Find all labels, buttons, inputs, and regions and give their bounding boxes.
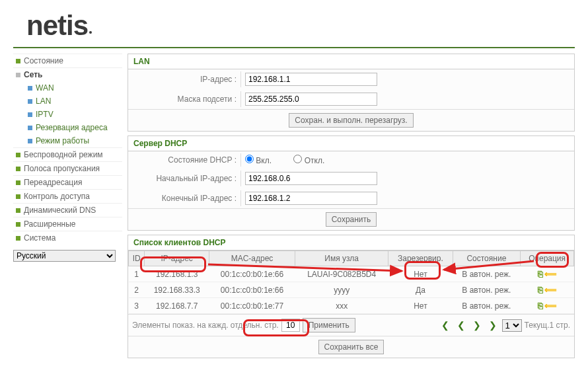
table-row: 1192.168.1.300:1c:c0:b0:1e:66LAUAI-9C082… bbox=[129, 266, 574, 282]
dhcp-panel: Сервер DHCP Состояние DHCP : Вкл. Откл. … bbox=[128, 136, 575, 231]
back-arrow-icon[interactable]: ⟸ bbox=[544, 269, 557, 279]
nav-advanced[interactable]: Расширенные bbox=[13, 217, 122, 231]
logo: netis bbox=[26, 10, 575, 42]
nav-lan[interactable]: LAN bbox=[13, 95, 122, 108]
mask-label: Маска подсети : bbox=[128, 95, 240, 104]
lan-title: LAN bbox=[128, 54, 574, 69]
nav-system[interactable]: Система bbox=[13, 231, 122, 245]
th-host: Имя узла bbox=[295, 251, 388, 266]
save-all-button[interactable]: Сохранить все bbox=[318, 340, 385, 354]
sidebar: Состояние Сеть WAN LAN IPTV Резервация а… bbox=[13, 54, 122, 362]
clients-table: ID IP-адрес MAC-адрес Имя узла Зарезерви… bbox=[128, 251, 574, 314]
nav-bandwidth[interactable]: Полоса пропускания bbox=[13, 161, 122, 175]
nav-wireless[interactable]: Беспроводной режим bbox=[13, 147, 122, 161]
clients-title: Список клиентов DHCP bbox=[128, 235, 574, 251]
th-id: ID bbox=[129, 251, 145, 266]
table-row: 3192.168.7.700:1c:c0:b0:1e:77xxxНетВ авт… bbox=[129, 298, 574, 314]
nav-reservation[interactable]: Резервация адреса bbox=[13, 121, 122, 134]
dhcp-end-label: Конечный IP-адрес : bbox=[128, 194, 240, 203]
nav-status[interactable]: Состояние bbox=[13, 54, 122, 67]
th-mac: MAC-адрес bbox=[209, 251, 295, 266]
apply-button[interactable]: Применить bbox=[303, 318, 355, 332]
th-state: Состояние bbox=[453, 251, 521, 266]
dhcp-title: Сервер DHCP bbox=[128, 136, 574, 151]
page-select[interactable]: 1 bbox=[502, 319, 522, 332]
th-res: Зарезервир. bbox=[388, 251, 453, 266]
language-select[interactable]: Русский bbox=[13, 250, 116, 262]
nav-iptv[interactable]: IPTV bbox=[13, 108, 122, 121]
per-page-input[interactable] bbox=[281, 319, 300, 332]
nav-wan[interactable]: WAN bbox=[13, 81, 122, 95]
dhcp-state-label: Состояние DHCP : bbox=[128, 155, 240, 165]
link-icon[interactable]: ⎘ bbox=[538, 285, 543, 295]
dhcp-start-label: Начальный IP-адрес : bbox=[128, 174, 240, 183]
ip-input[interactable] bbox=[245, 73, 377, 86]
back-arrow-icon[interactable]: ⟸ bbox=[544, 301, 557, 311]
link-icon[interactable]: ⎘ bbox=[538, 301, 543, 311]
pager-arrows[interactable]: ❮ ❮ ❯ ❯ bbox=[441, 320, 499, 330]
th-ip: IP-адрес bbox=[145, 251, 209, 266]
ip-label: IP-адрес : bbox=[128, 75, 240, 84]
lan-save-button[interactable]: Сохран. и выполн. перезагруз. bbox=[289, 113, 413, 128]
lan-panel: LAN IP-адрес : Маска подсети : Сохран. и… bbox=[128, 54, 575, 132]
dhcp-start-input[interactable] bbox=[245, 172, 377, 185]
link-icon[interactable]: ⎘ bbox=[538, 269, 543, 279]
back-arrow-icon[interactable]: ⟸ bbox=[544, 285, 557, 295]
nav-ddns[interactable]: Динамический DNS bbox=[13, 203, 122, 217]
nav-forwarding[interactable]: Переадресация bbox=[13, 175, 122, 189]
nav-network[interactable]: Сеть bbox=[13, 67, 122, 81]
dhcp-off-radio[interactable]: Откл. bbox=[293, 156, 324, 165]
dhcp-end-input[interactable] bbox=[245, 192, 377, 205]
table-row: 2192.168.33.300:1c:c0:b0:1e:66yyyyДаВ ав… bbox=[129, 282, 574, 298]
dhcp-save-button[interactable]: Сохранить bbox=[326, 212, 377, 227]
nav-mode[interactable]: Режим работы bbox=[13, 134, 122, 147]
clients-panel: Список клиентов DHCP ID IP-адрес MAC-адр… bbox=[128, 235, 575, 358]
nav-access[interactable]: Контроль доступа bbox=[13, 189, 122, 203]
dhcp-on-radio[interactable]: Вкл. bbox=[245, 156, 272, 165]
th-op: Операция bbox=[521, 251, 574, 266]
page-info: Текущ.1 стр. bbox=[525, 321, 570, 330]
mask-input[interactable] bbox=[245, 93, 377, 106]
pager-label: Элементы показ. на кажд. отдельн. стр. bbox=[132, 321, 279, 330]
